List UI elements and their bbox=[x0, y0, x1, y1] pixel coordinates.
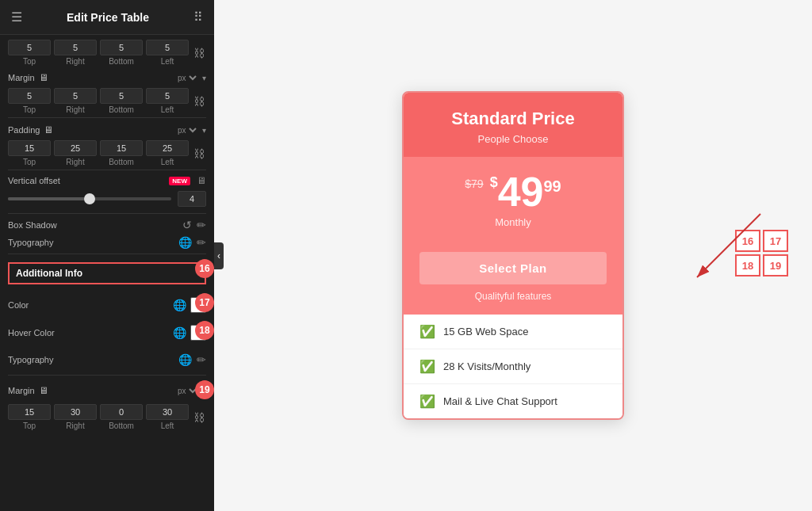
margin-px-select[interactable]: px bbox=[174, 73, 199, 83]
link-icon-margin2[interactable]: ⛓ bbox=[192, 411, 206, 424]
slider-value-input[interactable] bbox=[178, 191, 206, 207]
num-box-17: 17 bbox=[763, 230, 788, 252]
padding-label: Padding bbox=[8, 125, 40, 135]
margin2-label: Margin bbox=[8, 386, 35, 395]
box-shadow-label: Box Shadow bbox=[8, 220, 57, 230]
typography-globe-icon[interactable]: 🌐 bbox=[178, 236, 192, 249]
badge-16: 16 bbox=[195, 259, 214, 278]
margin2-section: Margin 🖥 px ▾ bbox=[8, 385, 206, 396]
feature-text-1: 15 GB Web Space bbox=[443, 326, 528, 337]
color-globe-icon[interactable]: 🌐 bbox=[173, 299, 186, 311]
typography2-icons: 🌐 ✏ bbox=[178, 353, 206, 366]
link-icon-top[interactable]: ⛓ bbox=[192, 47, 206, 59]
num-box-18: 18 bbox=[735, 254, 760, 276]
vertical-offset-label: Vertical offset bbox=[8, 176, 163, 185]
padding-top-input[interactable] bbox=[8, 140, 51, 156]
card-price-area: $79 $ 49 99 Monthly bbox=[404, 157, 622, 242]
color-label: Color bbox=[8, 300, 29, 310]
check-icon-2: ✅ bbox=[419, 359, 435, 374]
box-shadow-reset-icon[interactable]: ↺ bbox=[182, 219, 192, 231]
panel-title: Edit Price Table bbox=[67, 11, 149, 24]
margin2-right-input[interactable] bbox=[54, 404, 97, 420]
price-cents: 99 bbox=[543, 177, 561, 196]
hamburger-icon[interactable]: ☰ bbox=[11, 10, 22, 25]
right-label: Right bbox=[66, 57, 84, 66]
typography2-globe-icon[interactable]: 🌐 bbox=[178, 353, 192, 366]
margin2-top-input[interactable] bbox=[8, 404, 51, 420]
qualityful-text: Qualityful features bbox=[419, 291, 607, 302]
margin-bottom-input[interactable] bbox=[100, 88, 143, 104]
margin2-bottom-input[interactable] bbox=[100, 404, 143, 420]
padding-px-select[interactable]: px bbox=[174, 125, 199, 135]
link-icon-padding[interactable]: ⛓ bbox=[192, 147, 206, 160]
feature-item-3: ✅ Mail & Live Chat Support bbox=[404, 384, 622, 418]
feature-item-2: ✅ 28 K Visits/Monthly bbox=[404, 349, 622, 384]
price-period: Monthly bbox=[416, 216, 611, 228]
slider-thumb[interactable] bbox=[84, 193, 95, 204]
margin2-monitor-icon: 🖥 bbox=[39, 385, 48, 396]
padding-monitor-icon: 🖥 bbox=[44, 124, 53, 135]
badge-19: 19 bbox=[195, 380, 214, 399]
card-subtitle: People Choose bbox=[416, 133, 611, 145]
typography-icons: 🌐 ✏ bbox=[178, 236, 206, 249]
feature-item-1: ✅ 15 GB Web Space bbox=[404, 315, 622, 349]
margin-inputs-row: Top Right Bottom Left ⛓ bbox=[8, 88, 206, 114]
price-main: 49 bbox=[498, 171, 544, 212]
spacing-right: Right bbox=[54, 40, 97, 66]
box-shadow-edit-icon[interactable]: ✏ bbox=[197, 219, 206, 231]
top-spacing-inputs: Top Right Bottom Left bbox=[8, 40, 189, 66]
badge-18: 18 bbox=[195, 321, 214, 340]
price-line: $79 $ 49 99 bbox=[416, 171, 611, 212]
spacing-left-input[interactable] bbox=[146, 40, 189, 55]
margin-left-input[interactable] bbox=[146, 88, 189, 104]
card-features: ✅ 15 GB Web Space ✅ 28 K Visits/Monthly … bbox=[404, 315, 622, 418]
num-boxes: 16 17 18 19 bbox=[735, 230, 788, 276]
spacing-top: Top bbox=[8, 40, 51, 66]
margin-top-input[interactable] bbox=[8, 88, 51, 104]
spacing-right-input[interactable] bbox=[54, 40, 97, 55]
right-content: ‹ Standard Price People Choose $79 $ 49 … bbox=[214, 0, 812, 511]
padding-bottom-input[interactable] bbox=[100, 140, 143, 156]
padding-right-input[interactable] bbox=[54, 140, 97, 156]
padding-section-label: Padding 🖥 px ▾ bbox=[8, 124, 206, 135]
hover-color-row: Hover Color 🌐 bbox=[8, 325, 206, 341]
hover-color-label: Hover Color bbox=[8, 328, 55, 337]
feature-text-3: Mail & Live Chat Support bbox=[443, 395, 557, 407]
slider-track[interactable] bbox=[8, 197, 171, 200]
check-icon-3: ✅ bbox=[419, 394, 435, 409]
grid-icon[interactable]: ⠿ bbox=[193, 10, 203, 25]
additional-info-header: Additional Info bbox=[8, 262, 206, 284]
padding-left-input[interactable] bbox=[146, 140, 189, 156]
slider-row bbox=[8, 191, 206, 207]
top-label: Top bbox=[23, 57, 36, 66]
margin2-inputs-row: Top Right Bottom Left ⛓ bbox=[8, 404, 206, 430]
top-spacing-row: Top Right Bottom Left ⛓ bbox=[8, 40, 206, 66]
hover-color-globe-icon[interactable]: 🌐 bbox=[173, 326, 186, 339]
num-box-16: 16 bbox=[735, 230, 760, 252]
margin-inputs: Top Right Bottom Left bbox=[8, 88, 189, 114]
padding-inputs-row: Top Right Bottom Left ⛓ bbox=[8, 140, 206, 166]
price-currency: $ bbox=[490, 174, 498, 191]
typography2-edit-icon[interactable]: ✏ bbox=[197, 353, 206, 366]
box-shadow-row: Box Shadow ↺ ✏ bbox=[8, 219, 206, 231]
margin-label: Margin bbox=[8, 73, 35, 82]
typography-edit-icon[interactable]: ✏ bbox=[197, 236, 206, 249]
select-plan-button[interactable]: Select Plan bbox=[419, 252, 607, 284]
slider-fill bbox=[8, 197, 90, 200]
vertical-offset-row: Vertical offset NEW 🖥 bbox=[8, 175, 206, 186]
badge-17: 17 bbox=[195, 293, 214, 312]
bottom-label: Bottom bbox=[109, 57, 134, 66]
link-icon-margin[interactable]: ⛓ bbox=[192, 95, 206, 108]
new-badge: NEW bbox=[169, 177, 190, 185]
check-icon-1: ✅ bbox=[419, 324, 435, 339]
num-box-19: 19 bbox=[763, 254, 788, 276]
monitor-icon-offset: 🖥 bbox=[197, 175, 206, 186]
spacing-top-input[interactable] bbox=[8, 40, 51, 55]
spacing-bottom-input[interactable] bbox=[100, 40, 143, 55]
top-bar: ☰ Edit Price Table ⠿ bbox=[0, 0, 214, 35]
margin-right-input[interactable] bbox=[54, 88, 97, 104]
margin2-left-input[interactable] bbox=[146, 404, 189, 420]
padding-inputs: Top Right Bottom Left bbox=[8, 140, 189, 166]
margin-chevron: ▾ bbox=[202, 74, 206, 82]
collapse-arrow[interactable]: ‹ bbox=[214, 242, 224, 269]
